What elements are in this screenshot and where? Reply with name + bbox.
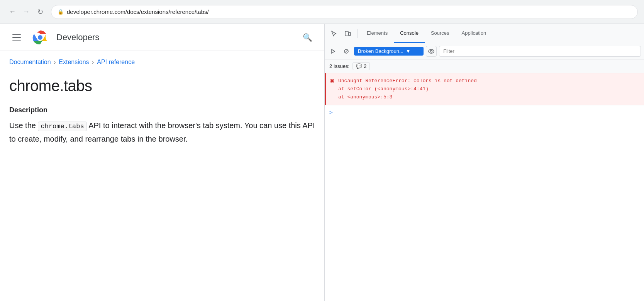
context-dropdown[interactable]: Broken Backgroun... ▼ [354,47,424,56]
context-dropdown-label: Broken Backgroun... [358,48,403,54]
issues-chat-icon: 💬 [356,63,362,69]
issues-bar: 2 Issues: 💬 2 [325,59,644,73]
error-line-3: at <anonymous>:5:3 [338,93,639,101]
page-title: chrome.tabs [9,77,315,95]
tab-console[interactable]: Console [394,24,425,43]
toolbar-separator-1 [357,29,358,38]
issues-badge[interactable]: 💬 2 [353,62,370,70]
address-bar[interactable]: 🔒 developer.chrome.com/docs/extensions/r… [51,5,638,19]
browser-chrome: ← → ↻ 🔒 developer.chrome.com/docs/extens… [0,0,644,24]
console-clear-btn[interactable] [341,46,352,57]
tab-elements[interactable]: Elements [361,24,394,43]
breadcrumb-extensions[interactable]: Extensions [59,59,89,66]
lock-icon: 🔒 [58,9,64,15]
error-line-1: Uncaught ReferenceError: colors is not d… [338,77,639,85]
console-toolbar: Broken Backgroun... ▼ [325,43,644,59]
hamburger-line-1 [12,34,21,35]
svg-rect-3 [349,32,351,36]
hamburger-line-2 [12,37,21,38]
main-layout: Developers 🔍 Documentation › Extensions … [0,24,644,301]
devtools-toolbar: Elements Console Sources Application [325,24,644,43]
issues-label: 2 Issues: [329,63,349,69]
nav-buttons: ← → ↻ [6,6,46,18]
svg-marker-4 [332,49,335,53]
hamburger-line-3 [12,40,21,41]
svg-point-7 [429,49,434,53]
chrome-logo [32,29,49,46]
error-icon: ✖ [330,78,334,84]
chevron-down-icon: ▼ [406,48,411,54]
breadcrumb-sep-1: › [54,59,56,65]
svg-rect-2 [345,31,348,36]
page-content: chrome.tabs Description Use the chrome.t… [0,69,324,153]
devtools-panel: Elements Console Sources Application [324,24,644,301]
console-output: ✖ Uncaught ReferenceError: colors is not… [325,73,644,301]
error-text: Uncaught ReferenceError: colors is not d… [338,77,639,101]
console-prompt-icon: > [329,109,332,115]
address-text: developer.chrome.com/docs/extensions/ref… [67,8,631,15]
play-icon [330,49,336,54]
tab-application[interactable]: Application [456,24,493,43]
breadcrumb-documentation[interactable]: Documentation [9,59,51,66]
devtools-device-btn[interactable] [342,27,354,40]
description-label: Description [9,106,315,114]
ban-icon [344,49,349,54]
issues-count: 2 [364,63,366,69]
svg-point-1 [38,35,42,40]
search-button[interactable]: 🔍 [300,30,315,45]
site-title: Developers [56,32,292,42]
svg-point-8 [430,50,432,52]
page-header: Developers 🔍 [0,24,324,51]
devtools-tabs: Elements Console Sources Application [361,24,492,43]
device-icon [345,30,351,37]
eye-icon [428,49,434,54]
devtools-cursor-btn[interactable] [328,27,340,40]
console-play-btn[interactable] [328,46,339,57]
breadcrumb-api-reference[interactable]: API reference [97,59,135,66]
webpage-area: Developers 🔍 Documentation › Extensions … [0,24,324,301]
console-error-entry: ✖ Uncaught ReferenceError: colors is not… [325,73,644,105]
breadcrumb-sep-2: › [92,59,94,65]
hamburger-menu[interactable] [9,31,24,44]
desc-before: Use the [9,121,38,130]
svg-line-6 [345,50,348,53]
search-icon: 🔍 [303,33,312,42]
tab-sources[interactable]: Sources [425,24,456,43]
forward-button[interactable]: → [20,6,32,18]
breadcrumb: Documentation › Extensions › API referen… [0,51,324,69]
back-button[interactable]: ← [6,6,19,18]
refresh-button[interactable]: ↻ [34,6,46,18]
console-filter-input[interactable] [439,46,641,57]
description-text: Use the chrome.tabs API to interact with… [9,119,315,145]
code-chrome-tabs: chrome.tabs [38,122,86,131]
error-line-2: at setColor (<anonymous>:4:41) [338,85,639,93]
console-input-line: > [325,105,644,119]
cursor-icon [331,30,337,37]
watch-expressions-btn[interactable] [426,46,437,57]
